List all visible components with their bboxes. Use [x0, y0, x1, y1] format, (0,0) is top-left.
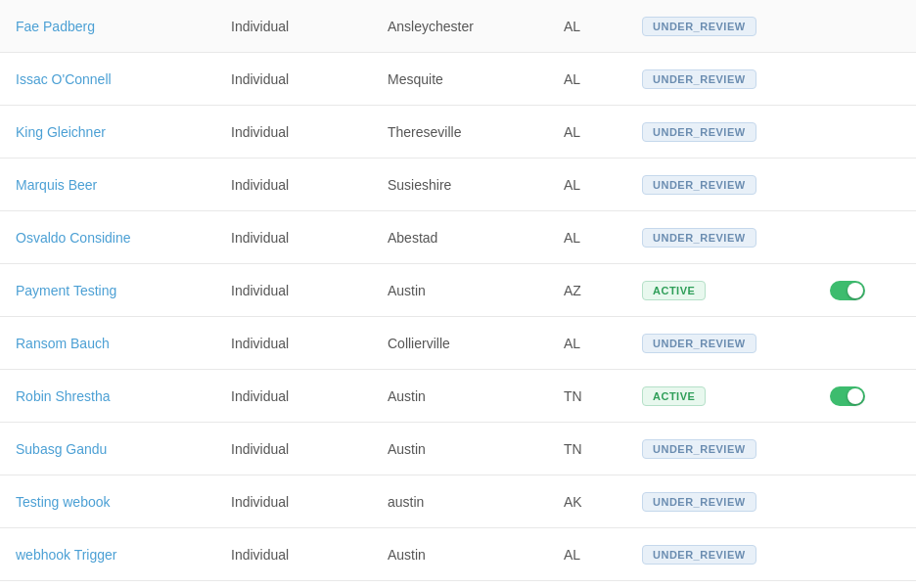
customer-state-cell: AL — [564, 71, 642, 87]
table-row: Subasg Gandu Individual Austin TN UNDER_… — [0, 423, 916, 475]
active-toggle[interactable] — [830, 281, 865, 300]
customer-name-cell: Osvaldo Considine — [16, 230, 231, 246]
table-row: Testing webook Individual austin AK UNDE… — [0, 475, 916, 528]
customer-name-cell: Payment Testing — [16, 283, 231, 298]
customer-state-cell: TN — [564, 441, 642, 457]
customer-status-cell: ACTIVE — [642, 386, 818, 406]
status-badge: UNDER_REVIEW — [642, 17, 756, 36]
customer-name-link[interactable]: King Gleichner — [16, 124, 106, 140]
customer-name-link[interactable]: Payment Testing — [16, 283, 116, 298]
status-badge: UNDER_REVIEW — [642, 439, 756, 459]
status-badge: ACTIVE — [642, 281, 706, 300]
customer-name-cell: Issac O'Connell — [16, 71, 231, 87]
customer-status-cell: UNDER_REVIEW — [642, 545, 818, 565]
customer-type-cell: Individual — [231, 71, 388, 87]
customer-type-cell: Individual — [231, 336, 388, 351]
customer-name-cell: Subasg Gandu — [16, 441, 231, 457]
customer-name-link[interactable]: Testing webook — [16, 494, 111, 510]
customer-toggle-cell — [818, 386, 877, 406]
customer-type-cell: Individual — [231, 230, 388, 246]
customer-toggle-cell — [818, 281, 877, 300]
status-badge: UNDER_REVIEW — [642, 69, 756, 89]
customer-name-cell: Ransom Bauch — [16, 336, 231, 351]
table-row: King Gleichner Individual Thereseville A… — [0, 106, 916, 158]
customer-city-cell: Mesquite — [388, 71, 564, 87]
customer-name-cell: Robin Shrestha — [16, 388, 231, 404]
customer-name-cell: King Gleichner — [16, 124, 231, 140]
customer-type-cell: Individual — [231, 547, 388, 563]
customer-status-cell: UNDER_REVIEW — [642, 69, 818, 89]
customer-name-cell: Testing webook — [16, 494, 231, 510]
table-row: Marquis Beer Individual Susieshire AL UN… — [0, 158, 916, 211]
customer-city-cell: Susieshire — [388, 177, 564, 193]
customer-name-link[interactable]: Issac O'Connell — [16, 71, 112, 87]
customer-status-cell: UNDER_REVIEW — [642, 175, 818, 195]
table-row: Osvaldo Considine Individual Abestad AL … — [0, 211, 916, 264]
toggle-knob — [847, 283, 863, 298]
customer-state-cell: AL — [564, 177, 642, 193]
status-badge: UNDER_REVIEW — [642, 122, 756, 142]
customer-city-cell: Austin — [388, 547, 564, 563]
status-badge: UNDER_REVIEW — [642, 545, 756, 565]
customer-name-link[interactable]: Marquis Beer — [16, 177, 97, 193]
active-toggle[interactable] — [830, 386, 865, 406]
customer-state-cell: AL — [564, 230, 642, 246]
table-row: Fae Padberg Individual Ansleychester AL … — [0, 0, 916, 53]
customer-city-cell: Austin — [388, 283, 564, 298]
customer-state-cell: AZ — [564, 283, 642, 298]
customer-type-cell: Individual — [231, 441, 388, 457]
customer-status-cell: UNDER_REVIEW — [642, 17, 818, 36]
customer-type-cell: Individual — [231, 124, 388, 140]
toggle-knob — [847, 388, 863, 404]
customer-name-link[interactable]: webhook Trigger — [16, 547, 117, 563]
customer-status-cell: UNDER_REVIEW — [642, 492, 818, 512]
customer-state-cell: AL — [564, 336, 642, 351]
customer-name-link[interactable]: Robin Shrestha — [16, 388, 111, 404]
customer-name-link[interactable]: Ransom Bauch — [16, 336, 110, 351]
customer-status-cell: ACTIVE — [642, 281, 818, 300]
customer-city-cell: Austin — [388, 388, 564, 404]
status-badge: UNDER_REVIEW — [642, 334, 756, 353]
customer-city-cell: Austin — [388, 441, 564, 457]
customer-city-cell: Ansleychester — [388, 19, 564, 34]
table-row: Payment Testing Individual Austin AZ ACT… — [0, 264, 916, 317]
customer-name-cell: Fae Padberg — [16, 19, 231, 34]
customer-type-cell: Individual — [231, 494, 388, 510]
customer-name-link[interactable]: Subasg Gandu — [16, 441, 107, 457]
customer-state-cell: AL — [564, 124, 642, 140]
customer-name-link[interactable]: Osvaldo Considine — [16, 230, 131, 246]
customer-type-cell: Individual — [231, 177, 388, 193]
table-row: Issac O'Connell Individual Mesquite AL U… — [0, 53, 916, 106]
customer-type-cell: Individual — [231, 388, 388, 404]
table-row: Ransom Bauch Individual Collierville AL … — [0, 317, 916, 370]
customer-city-cell: Abestad — [388, 230, 564, 246]
customer-status-cell: UNDER_REVIEW — [642, 228, 818, 248]
customer-state-cell: AL — [564, 547, 642, 563]
customer-table: Fae Padberg Individual Ansleychester AL … — [0, 0, 916, 588]
customer-city-cell: Collierville — [388, 336, 564, 351]
customer-city-cell: austin — [388, 494, 564, 510]
customer-city-cell: Thereseville — [388, 124, 564, 140]
table-row: Robin Shrestha Individual Austin TN ACTI… — [0, 370, 916, 423]
customer-status-cell: UNDER_REVIEW — [642, 122, 818, 142]
status-badge: UNDER_REVIEW — [642, 175, 756, 195]
status-badge: ACTIVE — [642, 386, 706, 406]
status-badge: UNDER_REVIEW — [642, 492, 756, 512]
customer-state-cell: AL — [564, 19, 642, 34]
customer-type-cell: Individual — [231, 283, 388, 298]
status-badge: UNDER_REVIEW — [642, 228, 756, 248]
customer-state-cell: AK — [564, 494, 642, 510]
customer-state-cell: TN — [564, 388, 642, 404]
customer-name-link[interactable]: Fae Padberg — [16, 19, 95, 34]
customer-status-cell: UNDER_REVIEW — [642, 334, 818, 353]
customer-name-cell: webhook Trigger — [16, 547, 231, 563]
customer-name-cell: Marquis Beer — [16, 177, 231, 193]
customer-status-cell: UNDER_REVIEW — [642, 439, 818, 459]
table-row: webhook Trigger Individual Austin AL UND… — [0, 528, 916, 581]
customer-type-cell: Individual — [231, 19, 388, 34]
